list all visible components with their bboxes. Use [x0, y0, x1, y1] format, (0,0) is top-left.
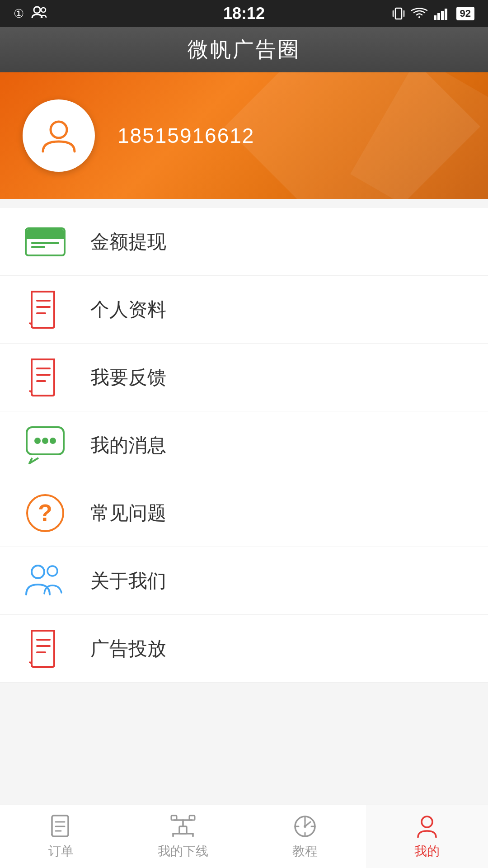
chat-icon-wrap [23, 423, 68, 468]
nav-label-tutorial: 教程 [292, 843, 318, 860]
notification-icon: ① [14, 7, 24, 21]
bank-card-icon [25, 227, 66, 256]
vibrate-icon [392, 6, 405, 21]
svg-point-18 [42, 438, 48, 444]
status-left: ① [14, 5, 47, 22]
bottom-navigation: 订单 我的下线 教程 我的 [0, 805, 488, 868]
menu-item-message[interactable]: 我的消息 [0, 411, 488, 479]
nav-item-orders[interactable]: 订单 [0, 805, 122, 868]
menu-item-feedback[interactable]: 我要反馈 [0, 344, 488, 411]
nav-mine-icon [414, 814, 440, 839]
svg-point-41 [304, 825, 306, 828]
status-bar: ① 18:12 [0, 0, 488, 27]
menu-list: 金额提现 个人资料 我要反馈 [0, 208, 488, 683]
menu-label-withdraw: 金额提现 [90, 229, 166, 255]
svg-point-19 [50, 438, 56, 444]
svg-point-17 [34, 438, 41, 444]
svg-rect-2 [395, 8, 402, 19]
status-right: 92 [392, 6, 474, 21]
profile-banner[interactable]: 18515916612 [0, 72, 488, 199]
profile-phone: 18515916612 [117, 123, 254, 148]
wifi-icon [411, 7, 427, 20]
menu-label-message: 我的消息 [90, 433, 166, 458]
svg-point-1 [41, 8, 46, 12]
menu-item-adplace[interactable]: 广告投放 [0, 615, 488, 683]
note-icon-wrap-feedback [23, 355, 68, 400]
svg-rect-8 [445, 9, 447, 20]
card-icon-wrap [23, 219, 68, 264]
menu-item-about[interactable]: 关于我们 [0, 547, 488, 615]
header-title: 微帆广告圈 [188, 36, 300, 64]
nav-tutorial-icon [292, 814, 318, 839]
nav-item-mine[interactable]: 我的 [366, 805, 488, 868]
svg-text:?: ? [38, 500, 52, 526]
people-icon-wrap [23, 558, 68, 604]
menu-label-feedback: 我要反馈 [90, 365, 166, 390]
svg-rect-7 [441, 11, 444, 20]
nav-label-downline: 我的下线 [158, 843, 208, 860]
note-icon-wrap-profile [23, 287, 68, 332]
menu-item-faq[interactable]: ? 常见问题 [0, 479, 488, 547]
avatar[interactable] [23, 99, 95, 172]
menu-label-adplace: 广告投放 [90, 636, 166, 661]
nav-downline-icon [169, 814, 197, 839]
battery-icon: 92 [456, 7, 474, 20]
note-icon-wrap-adplace [23, 626, 68, 671]
menu-label-about: 关于我们 [90, 568, 166, 594]
nav-label-mine: 我的 [414, 843, 440, 860]
question-icon-wrap: ? [23, 491, 68, 536]
menu-label-faq: 常见问题 [90, 500, 166, 526]
svg-point-42 [422, 816, 432, 827]
avatar-person-icon [38, 115, 79, 156]
document-icon-adplace [27, 629, 63, 669]
svg-rect-31 [179, 826, 187, 834]
svg-rect-33 [189, 816, 195, 820]
menu-item-profile[interactable]: 个人资料 [0, 276, 488, 344]
svg-rect-5 [434, 15, 436, 20]
menu-item-withdraw[interactable]: 金额提现 [0, 208, 488, 276]
svg-point-23 [47, 566, 57, 576]
nav-item-tutorial[interactable]: 教程 [244, 805, 366, 868]
signal-icon [434, 7, 450, 20]
nav-orders-icon [48, 814, 74, 839]
people-group-icon [23, 562, 68, 600]
app-header: 微帆广告圈 [0, 27, 488, 72]
svg-rect-32 [171, 816, 177, 820]
svg-point-22 [32, 566, 44, 578]
nav-item-downline[interactable]: 我的下线 [122, 805, 244, 868]
question-mark-icon: ? [25, 493, 66, 533]
chat-bubble-icon [25, 425, 66, 465]
svg-point-0 [34, 7, 40, 13]
nav-label-orders: 订单 [48, 843, 74, 860]
document-icon-profile [27, 290, 63, 330]
status-time: 18:12 [223, 4, 265, 23]
document-icon-feedback [27, 358, 63, 397]
menu-label-profile: 个人资料 [90, 297, 166, 322]
contacts-icon [31, 5, 47, 22]
svg-rect-6 [437, 13, 440, 20]
svg-point-9 [51, 122, 67, 138]
